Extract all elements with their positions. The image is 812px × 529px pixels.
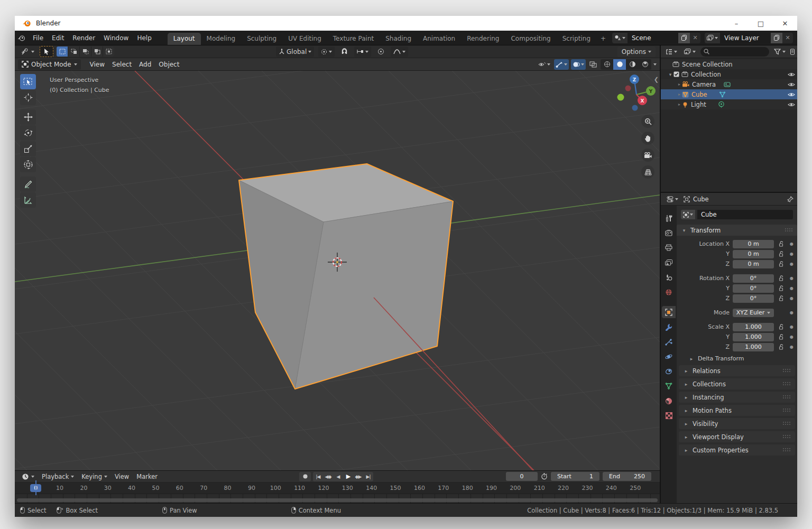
tab-scene[interactable] — [662, 271, 676, 283]
scale-x-field[interactable]: 1.000 — [733, 323, 774, 331]
outliner-editor-dropdown[interactable] — [663, 47, 679, 57]
menu-window[interactable]: Window — [99, 31, 133, 45]
shading-wireframe-button[interactable] — [601, 59, 613, 70]
location-y-field[interactable]: 0 m — [733, 250, 774, 258]
panel-collections[interactable]: ▸Collections — [679, 378, 795, 389]
rotation-z-field[interactable]: 0° — [733, 294, 774, 303]
drag-handle-icon[interactable] — [783, 395, 791, 399]
lock-icon[interactable] — [776, 344, 787, 350]
object-visibility-dropdown[interactable] — [537, 59, 552, 70]
record-button[interactable] — [299, 472, 311, 481]
animate-dot[interactable]: ● — [790, 242, 793, 246]
jump-start-button[interactable]: |◀ — [313, 472, 323, 481]
view-layer-name[interactable]: View Layer — [720, 33, 771, 43]
viewport-3d[interactable]: Z Y X User Perspective (0) Collection | … — [15, 71, 660, 470]
tab-uv-editing[interactable]: UV Editing — [282, 33, 327, 45]
next-keyframe-button[interactable]: ◆▶ — [353, 472, 363, 481]
pan-button[interactable] — [641, 132, 654, 145]
proportional-falloff-dropdown[interactable] — [391, 47, 408, 57]
xray-toggle[interactable] — [588, 59, 598, 70]
light-data-icon[interactable] — [718, 101, 725, 108]
tab-object[interactable] — [662, 306, 676, 318]
panel-motion-paths[interactable]: ▸Motion Paths — [679, 405, 795, 416]
move-tool[interactable] — [20, 109, 36, 125]
shading-dropdown[interactable] — [653, 63, 657, 66]
row-scene-collection[interactable]: Scene Collection — [661, 59, 797, 69]
playhead[interactable] — [35, 480, 36, 495]
scale-z-field[interactable]: 1.000 — [733, 343, 774, 351]
start-frame-field[interactable]: Start1 — [551, 472, 599, 481]
outliner-display-mode-dropdown[interactable] — [682, 47, 698, 57]
tab-tool[interactable] — [662, 212, 676, 224]
menu-render[interactable]: Render — [68, 31, 99, 45]
close-button[interactable]: ✕ — [773, 16, 797, 31]
lock-icon[interactable] — [776, 285, 787, 291]
scene-name[interactable]: Scene — [628, 33, 678, 43]
scene-icon[interactable] — [612, 33, 628, 43]
rotate-tool[interactable] — [20, 125, 36, 141]
tool-dropdown[interactable] — [19, 47, 36, 57]
tab-world[interactable] — [662, 286, 676, 298]
tab-output[interactable] — [662, 242, 676, 254]
panel-relations[interactable]: ▸Relations — [679, 365, 795, 376]
animate-dot[interactable]: ● — [790, 335, 793, 339]
scale-y-field[interactable]: 1.000 — [733, 333, 774, 341]
lock-icon[interactable] — [776, 251, 787, 257]
lock-icon[interactable] — [776, 261, 787, 267]
transform-orientation-dropdown[interactable]: Global — [276, 47, 314, 57]
object-name-field[interactable]: Cube — [697, 210, 793, 219]
timeline-ruler[interactable]: 0102030405060708090100110120130140150160… — [15, 482, 660, 494]
tab-object-data[interactable] — [662, 380, 676, 392]
maximize-button[interactable]: □ — [749, 16, 773, 31]
tab-modeling[interactable]: Modeling — [201, 33, 242, 45]
shading-solid-button[interactable] — [613, 59, 626, 70]
lock-icon[interactable] — [776, 275, 787, 281]
animate-dot[interactable]: ● — [790, 262, 793, 266]
expand-icon[interactable]: ▾ — [667, 72, 673, 77]
drag-handle-icon[interactable] — [783, 409, 791, 412]
camera-view-button[interactable] — [641, 149, 654, 162]
row-light[interactable]: ▸ Light — [661, 99, 797, 109]
hide-toggle[interactable] — [788, 82, 795, 87]
sidebar-toggle[interactable]: ❮ — [654, 76, 659, 83]
tab-material[interactable] — [662, 395, 676, 407]
tab-compositing[interactable]: Compositing — [505, 33, 556, 45]
menu-object[interactable]: Object — [155, 61, 183, 68]
lock-icon[interactable] — [776, 295, 787, 301]
app-menu-icon[interactable] — [15, 35, 29, 41]
tab-texture[interactable] — [662, 410, 676, 422]
use-preview-range-toggle[interactable] — [541, 473, 548, 480]
menu-keying[interactable]: Keying — [78, 473, 111, 480]
new-view-layer-button[interactable] — [771, 33, 782, 43]
outliner-filter-dropdown[interactable] — [772, 47, 788, 57]
rotation-mode-dropdown[interactable]: XYZ Euler — [733, 309, 774, 317]
cursor-tool[interactable] — [20, 90, 36, 105]
menu-edit[interactable]: Edit — [48, 31, 68, 45]
select-subtract-button[interactable] — [80, 47, 91, 57]
menu-help[interactable]: Help — [133, 31, 155, 45]
camera-data-icon[interactable] — [723, 81, 731, 88]
select-invert-button[interactable] — [91, 47, 103, 57]
row-camera[interactable]: ▸ Camera — [661, 79, 797, 89]
tab-layout[interactable]: Layout — [168, 33, 201, 45]
lock-icon[interactable] — [776, 324, 787, 330]
panel-viewport-display[interactable]: ▸Viewport Display — [679, 431, 795, 442]
timeline-hscrollbar[interactable] — [17, 498, 658, 502]
snap-toggle[interactable] — [339, 47, 350, 57]
drag-handle-icon[interactable] — [783, 435, 791, 439]
play-button[interactable]: ▶ — [343, 472, 353, 481]
timeline-scroll-area[interactable] — [15, 494, 660, 503]
menu-tl-view[interactable]: View — [111, 473, 133, 480]
tab-constraints[interactable] — [662, 365, 676, 377]
select-intersect-button[interactable] — [103, 47, 114, 57]
checkbox-icon[interactable] — [673, 71, 679, 77]
gizmos-toggle[interactable] — [554, 59, 569, 70]
animate-dot[interactable]: ● — [790, 276, 793, 281]
hide-toggle[interactable] — [788, 102, 795, 107]
animate-dot[interactable]: ● — [790, 286, 793, 291]
prev-frame-button[interactable]: ◀ — [333, 472, 343, 481]
panel-instancing[interactable]: ▸Instancing — [679, 392, 795, 403]
hide-toggle[interactable] — [788, 92, 795, 97]
menu-marker[interactable]: Marker — [133, 473, 161, 480]
menu-playback[interactable]: Playback — [38, 473, 78, 480]
